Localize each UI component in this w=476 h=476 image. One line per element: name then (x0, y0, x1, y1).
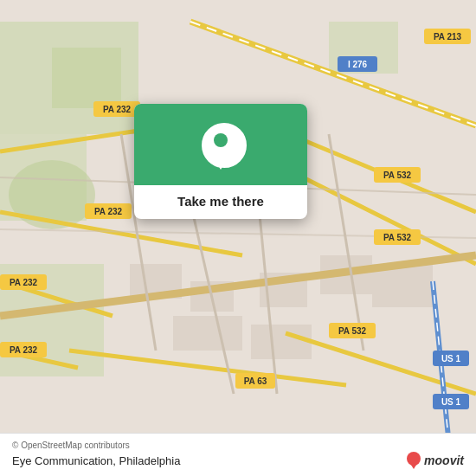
svg-text:I 276: I 276 (348, 60, 368, 69)
svg-rect-12 (173, 316, 242, 351)
svg-point-4 (9, 160, 95, 229)
svg-text:PA 63: PA 63 (244, 376, 267, 386)
moovit-logo: moovit (407, 452, 464, 469)
svg-text:PA 532: PA 532 (338, 326, 367, 336)
map-attribution: © OpenStreetMap contributors (12, 441, 464, 450)
pin-inner-dot (214, 133, 228, 147)
moovit-pin-icon (407, 452, 421, 469)
moovit-brand-text: moovit (424, 453, 464, 467)
svg-text:PA 532: PA 532 (383, 170, 412, 180)
take-me-there-button[interactable]: Take me there (165, 185, 276, 219)
svg-text:US 1: US 1 (441, 397, 461, 407)
footer-bar: © OpenStreetMap contributors Eye Communi… (0, 433, 476, 476)
footer-location: Eye Communication, Philadelphia moovit (12, 452, 464, 469)
svg-text:PA 232: PA 232 (94, 207, 123, 216)
svg-text:PA 232: PA 232 (10, 345, 38, 355)
svg-text:PA 232: PA 232 (10, 278, 38, 287)
svg-text:PA 532: PA 532 (383, 233, 412, 242)
svg-text:PA 213: PA 213 (434, 32, 462, 42)
popup-header (134, 104, 307, 185)
svg-rect-13 (251, 325, 312, 359)
map-container: PA 232 PA 232 PA 232 PA 232 I 276 PA 213… (0, 0, 476, 476)
map-background: PA 232 PA 232 PA 232 PA 232 I 276 PA 213… (0, 0, 476, 476)
location-pin-icon (202, 123, 240, 170)
svg-rect-5 (52, 48, 121, 108)
popup-card: Take me there (134, 104, 307, 219)
location-name: Eye Communication, Philadelphia (12, 454, 180, 467)
svg-text:PA 232: PA 232 (103, 105, 132, 114)
svg-text:US 1: US 1 (441, 354, 461, 363)
